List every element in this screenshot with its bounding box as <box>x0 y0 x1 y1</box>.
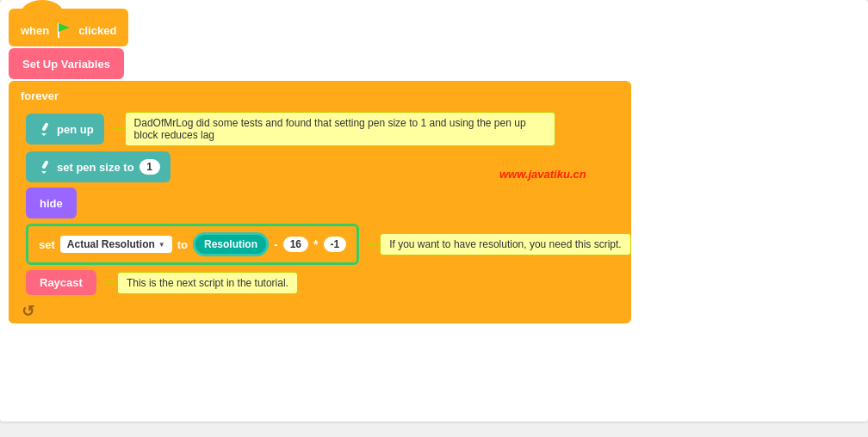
svg-rect-4 <box>41 160 48 169</box>
pen-up-icon <box>36 121 52 137</box>
set-pen-size-label: set pen size to <box>57 161 134 174</box>
pen-up-comment: DadOfMrLog did some tests and found that… <box>125 112 555 146</box>
pen-up-label: pen up <box>57 123 94 136</box>
scratch-editor: when clicked Set Up Variables <box>0 0 868 422</box>
set-up-variables-block[interactable]: Set Up Variables <box>9 48 124 79</box>
dropdown-arrow-icon: ▼ <box>158 241 165 249</box>
set-resolution-to-label: to <box>177 238 188 251</box>
raycast-comment-area: This is the next script in the tutorial. <box>105 272 298 294</box>
resolution-value-neg1[interactable]: -1 <box>324 237 347 252</box>
blocks-area: when clicked Set Up Variables <box>9 9 631 323</box>
svg-marker-3 <box>41 133 46 136</box>
flag-icon <box>54 21 73 40</box>
minus-op: - <box>274 237 278 251</box>
set-resolution-set-label: set <box>39 238 55 251</box>
when-clicked-block[interactable]: when clicked <box>9 9 128 46</box>
hide-block[interactable]: hide <box>26 188 77 218</box>
clicked-label: clicked <box>78 24 116 37</box>
comment-line-2 <box>368 243 380 245</box>
resolution-comment-area: If you want to have resolution, you need… <box>368 233 630 255</box>
hide-label: hide <box>40 197 63 210</box>
resolution-value-16[interactable]: 16 <box>283 237 308 252</box>
raycast-comment: This is the next script in the tutorial. <box>117 272 298 294</box>
pen-up-comment-area: DadOfMrLog did some tests and found that… <box>113 112 555 146</box>
pen-size-value[interactable]: 1 <box>140 159 160 175</box>
svg-marker-1 <box>59 23 70 32</box>
comment-line-3 <box>105 282 117 284</box>
set-up-variables-label: Set Up Variables <box>22 58 110 71</box>
actual-resolution-dropdown[interactable]: Actual Resolution ▼ <box>60 236 172 253</box>
pen-up-block[interactable]: pen up <box>26 114 104 145</box>
times-op: * <box>313 237 318 251</box>
raycast-block[interactable]: Raycast <box>26 270 96 295</box>
svg-marker-5 <box>41 171 46 174</box>
raycast-label: Raycast <box>40 276 83 289</box>
resolution-reporter[interactable]: Resolution <box>193 232 269 256</box>
forever-inner: pen up DadOfMrLog did some tests and fou… <box>26 110 631 299</box>
comment-line-1 <box>113 128 125 130</box>
resolution-comment: If you want to have resolution, you need… <box>380 233 630 255</box>
forever-block[interactable]: forever pen up <box>9 81 631 323</box>
svg-rect-2 <box>41 122 48 132</box>
forever-footer: ↺ <box>9 299 46 323</box>
set-pen-size-block[interactable]: set pen size to 1 <box>26 151 170 182</box>
forever-label: forever <box>21 89 59 102</box>
set-resolution-block[interactable]: set Actual Resolution ▼ to Resolution - <box>26 224 359 265</box>
when-label: when <box>21 24 49 37</box>
set-pen-size-icon <box>36 159 52 175</box>
forever-header: forever <box>9 81 631 110</box>
loop-arrow-icon: ↺ <box>22 302 34 321</box>
